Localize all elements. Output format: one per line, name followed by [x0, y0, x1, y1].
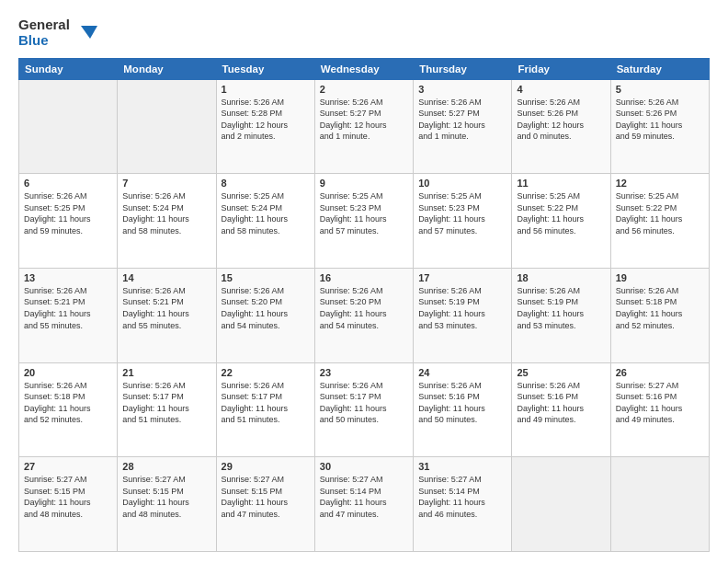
- day-info: Sunrise: 5:25 AM Sunset: 5:22 PM Dayligh…: [517, 190, 605, 236]
- day-info: Sunrise: 5:25 AM Sunset: 5:23 PM Dayligh…: [320, 190, 408, 236]
- day-number: 8: [222, 178, 310, 189]
- calendar-cell: 6Sunrise: 5:26 AM Sunset: 5:25 PM Daylig…: [19, 174, 118, 269]
- calendar-cell: 26Sunrise: 5:27 AM Sunset: 5:16 PM Dayli…: [610, 362, 709, 457]
- day-number: 5: [616, 84, 704, 95]
- calendar-cell: 4Sunrise: 5:26 AM Sunset: 5:26 PM Daylig…: [512, 79, 610, 174]
- calendar-cell: [19, 79, 118, 174]
- day-number: 22: [222, 367, 310, 378]
- calendar-cell: 7Sunrise: 5:26 AM Sunset: 5:24 PM Daylig…: [118, 174, 216, 269]
- day-number: 3: [418, 84, 506, 95]
- day-number: 20: [24, 367, 112, 378]
- week-row-5: 27Sunrise: 5:27 AM Sunset: 5:15 PM Dayli…: [19, 457, 710, 552]
- day-number: 18: [517, 272, 605, 283]
- header-row: SundayMondayTuesdayWednesdayThursdayFrid…: [19, 58, 710, 79]
- day-number: 24: [418, 367, 506, 378]
- day-info: Sunrise: 5:26 AM Sunset: 5:25 PM Dayligh…: [24, 190, 112, 236]
- calendar-cell: 31Sunrise: 5:27 AM Sunset: 5:14 PM Dayli…: [414, 457, 512, 552]
- day-info: Sunrise: 5:26 AM Sunset: 5:24 PM Dayligh…: [122, 190, 210, 236]
- day-info: Sunrise: 5:26 AM Sunset: 5:28 PM Dayligh…: [222, 97, 310, 143]
- calendar-cell: 12Sunrise: 5:25 AM Sunset: 5:22 PM Dayli…: [610, 174, 709, 269]
- calendar-cell: 20Sunrise: 5:26 AM Sunset: 5:18 PM Dayli…: [19, 362, 118, 457]
- day-number: 7: [122, 178, 210, 189]
- day-info: Sunrise: 5:27 AM Sunset: 5:15 PM Dayligh…: [222, 474, 310, 520]
- calendar-cell: 15Sunrise: 5:26 AM Sunset: 5:20 PM Dayli…: [216, 268, 314, 362]
- calendar-cell: 9Sunrise: 5:25 AM Sunset: 5:23 PM Daylig…: [314, 174, 413, 269]
- week-row-2: 6Sunrise: 5:26 AM Sunset: 5:25 PM Daylig…: [19, 174, 710, 269]
- header-day-tuesday: Tuesday: [216, 58, 314, 79]
- calendar-cell: 5Sunrise: 5:26 AM Sunset: 5:26 PM Daylig…: [610, 79, 709, 174]
- day-info: Sunrise: 5:26 AM Sunset: 5:16 PM Dayligh…: [517, 380, 605, 426]
- day-number: 10: [418, 178, 506, 189]
- calendar-cell: 22Sunrise: 5:26 AM Sunset: 5:17 PM Dayli…: [216, 362, 314, 457]
- svg-marker-0: [81, 26, 97, 39]
- calendar-cell: 17Sunrise: 5:26 AM Sunset: 5:19 PM Dayli…: [414, 268, 512, 362]
- calendar-cell: 23Sunrise: 5:26 AM Sunset: 5:17 PM Dayli…: [314, 362, 413, 457]
- day-info: Sunrise: 5:26 AM Sunset: 5:18 PM Dayligh…: [616, 285, 704, 331]
- day-info: Sunrise: 5:26 AM Sunset: 5:21 PM Dayligh…: [122, 285, 210, 331]
- header: General Blue: [18, 17, 710, 49]
- calendar-cell: 3Sunrise: 5:26 AM Sunset: 5:27 PM Daylig…: [414, 79, 512, 174]
- day-number: 19: [616, 272, 704, 283]
- day-number: 21: [122, 367, 210, 378]
- day-number: 13: [24, 272, 112, 283]
- calendar-page: General Blue SundayMondayTuesdayWednesda…: [0, 0, 728, 563]
- logo-general: General: [18, 17, 70, 32]
- week-row-4: 20Sunrise: 5:26 AM Sunset: 5:18 PM Dayli…: [19, 362, 710, 457]
- day-number: 27: [24, 461, 112, 472]
- day-info: Sunrise: 5:26 AM Sunset: 5:26 PM Dayligh…: [517, 97, 605, 143]
- day-info: Sunrise: 5:26 AM Sunset: 5:19 PM Dayligh…: [418, 285, 506, 331]
- day-number: 4: [517, 84, 605, 95]
- day-info: Sunrise: 5:26 AM Sunset: 5:27 PM Dayligh…: [418, 97, 506, 143]
- day-number: 16: [320, 272, 408, 283]
- day-info: Sunrise: 5:27 AM Sunset: 5:14 PM Dayligh…: [418, 474, 506, 520]
- calendar-cell: 2Sunrise: 5:26 AM Sunset: 5:27 PM Daylig…: [314, 79, 413, 174]
- header-day-saturday: Saturday: [610, 58, 709, 79]
- calendar-cell: 11Sunrise: 5:25 AM Sunset: 5:22 PM Dayli…: [512, 174, 610, 269]
- header-day-wednesday: Wednesday: [314, 58, 413, 79]
- day-number: 12: [616, 178, 704, 189]
- calendar-table: SundayMondayTuesdayWednesdayThursdayFrid…: [18, 58, 710, 553]
- day-number: 9: [320, 178, 408, 189]
- day-number: 26: [616, 367, 704, 378]
- day-info: Sunrise: 5:25 AM Sunset: 5:24 PM Dayligh…: [222, 190, 310, 236]
- day-info: Sunrise: 5:25 AM Sunset: 5:22 PM Dayligh…: [616, 190, 704, 236]
- day-number: 17: [418, 272, 506, 283]
- calendar-cell: 8Sunrise: 5:25 AM Sunset: 5:24 PM Daylig…: [216, 174, 314, 269]
- day-number: 11: [517, 178, 605, 189]
- calendar-cell: [512, 457, 610, 552]
- day-number: 6: [24, 178, 112, 189]
- calendar-cell: 25Sunrise: 5:26 AM Sunset: 5:16 PM Dayli…: [512, 362, 610, 457]
- calendar-cell: [610, 457, 709, 552]
- logo-blue: Blue: [18, 32, 70, 48]
- day-number: 29: [222, 461, 310, 472]
- calendar-cell: 27Sunrise: 5:27 AM Sunset: 5:15 PM Dayli…: [19, 457, 118, 552]
- day-info: Sunrise: 5:26 AM Sunset: 5:27 PM Dayligh…: [320, 97, 408, 143]
- header-day-sunday: Sunday: [19, 58, 118, 79]
- week-row-3: 13Sunrise: 5:26 AM Sunset: 5:21 PM Dayli…: [19, 268, 710, 362]
- header-day-thursday: Thursday: [414, 58, 512, 79]
- calendar-cell: 18Sunrise: 5:26 AM Sunset: 5:19 PM Dayli…: [512, 268, 610, 362]
- day-number: 30: [320, 461, 408, 472]
- day-info: Sunrise: 5:26 AM Sunset: 5:17 PM Dayligh…: [122, 380, 210, 426]
- day-info: Sunrise: 5:26 AM Sunset: 5:20 PM Dayligh…: [320, 285, 408, 331]
- day-info: Sunrise: 5:26 AM Sunset: 5:20 PM Dayligh…: [222, 285, 310, 331]
- calendar-cell: 1Sunrise: 5:26 AM Sunset: 5:28 PM Daylig…: [216, 79, 314, 174]
- calendar-cell: [118, 79, 216, 174]
- header-day-monday: Monday: [118, 58, 216, 79]
- header-day-friday: Friday: [512, 58, 610, 79]
- calendar-cell: 21Sunrise: 5:26 AM Sunset: 5:17 PM Dayli…: [118, 362, 216, 457]
- day-number: 25: [517, 367, 605, 378]
- calendar-cell: 28Sunrise: 5:27 AM Sunset: 5:15 PM Dayli…: [118, 457, 216, 552]
- calendar-cell: 10Sunrise: 5:25 AM Sunset: 5:23 PM Dayli…: [414, 174, 512, 269]
- day-number: 15: [222, 272, 310, 283]
- day-info: Sunrise: 5:26 AM Sunset: 5:18 PM Dayligh…: [24, 380, 112, 426]
- day-number: 31: [418, 461, 506, 472]
- day-info: Sunrise: 5:27 AM Sunset: 5:16 PM Dayligh…: [616, 380, 704, 426]
- week-row-1: 1Sunrise: 5:26 AM Sunset: 5:28 PM Daylig…: [19, 79, 710, 174]
- calendar-cell: 14Sunrise: 5:26 AM Sunset: 5:21 PM Dayli…: [118, 268, 216, 362]
- day-number: 28: [122, 461, 210, 472]
- calendar-cell: 24Sunrise: 5:26 AM Sunset: 5:16 PM Dayli…: [414, 362, 512, 457]
- day-number: 1: [222, 84, 310, 95]
- day-info: Sunrise: 5:25 AM Sunset: 5:23 PM Dayligh…: [418, 190, 506, 236]
- day-info: Sunrise: 5:27 AM Sunset: 5:15 PM Dayligh…: [122, 474, 210, 520]
